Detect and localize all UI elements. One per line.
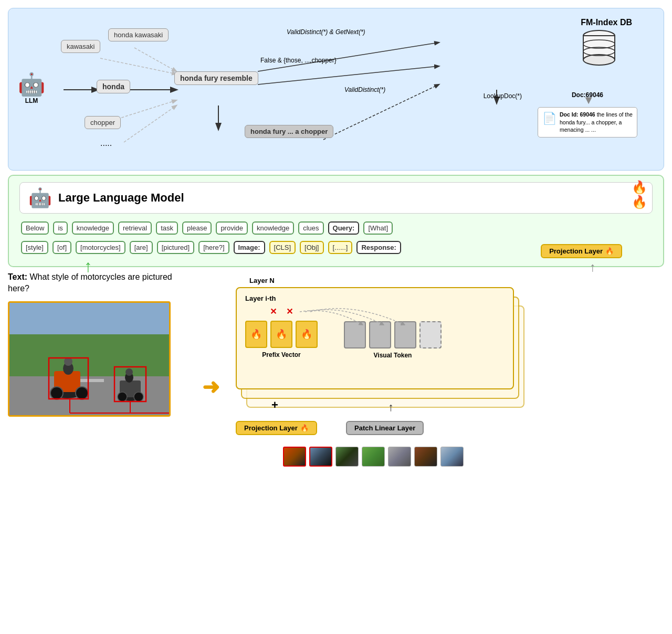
top-section: 🤖 LLM honda honda fury resemble honda fu… — [8, 8, 664, 171]
token-row-1: Below is knowledge retrieval task please… — [19, 220, 653, 236]
thumb-6 — [414, 447, 437, 467]
projection-bottom-container: Projection Layer 🔥 — [236, 421, 317, 435]
token-provide: provide — [216, 221, 248, 235]
visual-boxes — [344, 321, 442, 348]
svg-line-3 — [100, 58, 176, 74]
red-x-2: ✕ — [286, 307, 293, 316]
svg-point-29 — [118, 392, 127, 401]
token-what: [What] — [363, 221, 393, 235]
svg-line-5 — [113, 100, 176, 120]
svg-line-6 — [124, 105, 176, 142]
projection-label-top: Projection Layer 🔥 — [541, 244, 622, 258]
token-retrieval: retrieval — [118, 221, 152, 235]
visual-token-label: Visual Token — [374, 352, 412, 359]
honda-kawasaki-node: honda kawasaki — [108, 28, 169, 41]
token-query: Query: — [328, 221, 360, 235]
token-knowledge1: knowledge — [72, 221, 114, 235]
prefix-box-2: 🔥 — [270, 321, 292, 348]
svg-rect-19 — [78, 379, 104, 382]
doc-box: 📄 Doc Id: 69046 the lines of the honda f… — [538, 107, 637, 138]
db-down-arrow: ▼ — [583, 93, 594, 107]
patch-label: Patch Linear Layer — [346, 421, 424, 435]
token-motorcycles: [motorcycles] — [76, 241, 125, 254]
thumb-1 — [283, 447, 306, 467]
fire-icon-2: 🔥 — [632, 195, 647, 209]
token-are: [are] — [130, 241, 153, 254]
db-icon — [581, 29, 617, 66]
dots-node: ..... — [100, 139, 112, 148]
kawasaki-node: kawasaki — [61, 40, 100, 53]
bottom-left: Text: What style of motorcycles are pict… — [8, 271, 186, 439]
svg-point-13 — [583, 55, 615, 65]
honda-fury-resemble-node: honda fury resemble — [174, 71, 258, 85]
llm-robot: 🤖 LLM — [18, 71, 45, 104]
llm-label: LLM — [18, 97, 45, 104]
layer-inner-content: ✕ ✕ 🔥 🔥 🔥 Prefix Vector — [245, 307, 505, 359]
token-task: task — [156, 221, 178, 235]
visual-box-dashed — [419, 321, 442, 348]
llm-title: Large Language Model — [58, 191, 184, 205]
visual-up-arrow: ↑ — [388, 400, 394, 414]
visual-box-2 — [369, 321, 391, 348]
fm-index-db: FM-Index DB — [581, 18, 632, 68]
svg-point-25 — [64, 357, 72, 366]
honda-node: honda — [97, 80, 130, 93]
question-text: Text: What style of motorcycles are pict… — [8, 271, 186, 295]
layer-stack: Layer N .... Layer i-th ✕ ✕ — [236, 277, 664, 439]
token-is: is — [53, 221, 67, 235]
visual-group: Visual Token — [344, 307, 442, 359]
token-knowledge2: knowledge — [252, 221, 294, 235]
token-ellipsis: [......] — [328, 241, 353, 254]
lookup-doc-label: LookupDoc(*) — [484, 92, 522, 100]
visual-box-1 — [344, 321, 366, 348]
prefix-vector-label: Prefix Vector — [262, 351, 300, 358]
arrow-label-3: ValidDistinct(*) — [344, 86, 385, 93]
proj-up-arrow: ↑ — [590, 260, 596, 274]
token-below: Below — [21, 221, 49, 235]
bottom-right: Projection Layer 🔥 ↑ Layer N .... Layer … — [236, 271, 664, 439]
svg-point-23 — [76, 387, 88, 399]
layer-i-label: Layer i-th — [245, 294, 505, 302]
layer-n-label: Layer N — [249, 277, 275, 284]
plus-sign: + — [271, 398, 278, 412]
thumb-row — [283, 447, 464, 467]
token-response: Response: — [356, 241, 401, 254]
prefix-boxes: 🔥 🔥 🔥 — [245, 321, 318, 348]
yellow-arrow-container: ➜ — [202, 271, 220, 439]
arrow-label-2: False & {those, ...,chopper} — [260, 57, 337, 64]
moto-scene — [9, 303, 171, 417]
arrow-label-1: ValidDistinct(*) & GetNext(*) — [287, 28, 365, 36]
svg-point-22 — [50, 387, 63, 399]
honda-fury-chopper-node: honda fury ... a chopper — [245, 125, 333, 138]
token-image: Image: — [234, 241, 265, 254]
token-of: [of] — [52, 241, 71, 254]
question-bold: Text: — [8, 272, 27, 281]
visual-box-3 — [394, 321, 416, 348]
svg-line-8 — [258, 66, 439, 84]
yellow-right-arrow: ➜ — [202, 375, 220, 399]
token-pictured: [pictured] — [157, 241, 194, 254]
chopper-node: chopper — [85, 116, 121, 129]
prefix-group: ✕ ✕ 🔥 🔥 🔥 Prefix Vector — [245, 307, 318, 358]
svg-point-30 — [134, 392, 143, 401]
token-obj: [Obj] — [300, 241, 323, 254]
token-please: please — [182, 221, 212, 235]
thumb-7 — [440, 447, 464, 467]
moto-image — [8, 301, 171, 417]
fire-group: 🔥 🔥 — [632, 180, 647, 209]
token-clues: clues — [298, 221, 323, 235]
projection-top-container: Projection Layer 🔥 — [541, 244, 622, 258]
patch-label-container: Patch Linear Layer — [346, 421, 424, 435]
fire-icon-1: 🔥 — [632, 180, 647, 195]
thumb-4 — [362, 447, 385, 467]
prefix-box-1: 🔥 — [245, 321, 267, 348]
thumb-2 — [309, 447, 332, 467]
layer-front: Layer i-th ✕ ✕ 🔥 🔥 🔥 — [236, 287, 514, 389]
green-up-arrow: ↑ — [84, 257, 92, 276]
llm-robot-icon: 🤖 — [28, 187, 52, 209]
db-title: FM-Index DB — [581, 18, 632, 27]
red-x-1: ✕ — [270, 307, 277, 316]
llm-header: 🤖 Large Language Model 🔥 🔥 — [19, 182, 653, 214]
thumb-5 — [388, 447, 411, 467]
bottom-section: Text: What style of motorcycles are pict… — [8, 271, 664, 439]
